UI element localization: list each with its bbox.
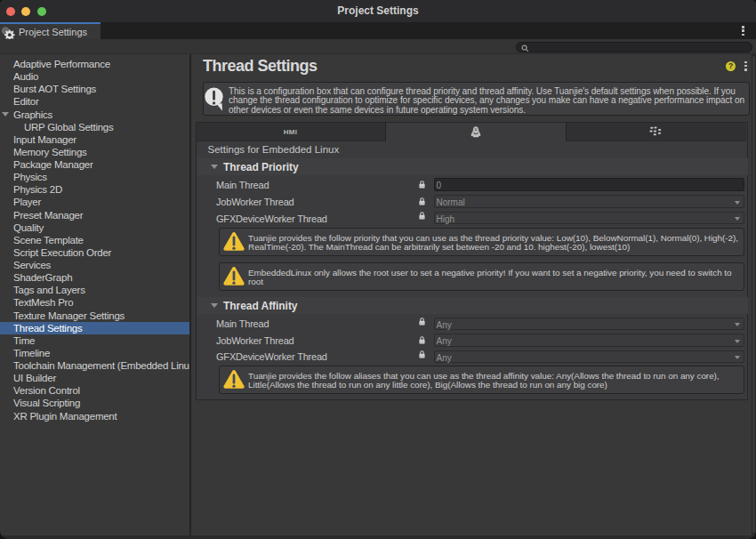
svg-text:?: ? bbox=[728, 61, 732, 70]
